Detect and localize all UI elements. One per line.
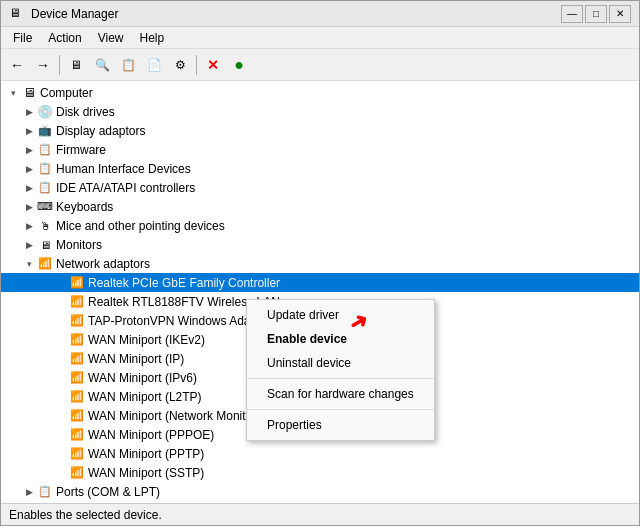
ctx-uninstall-device[interactable]: Uninstall device (247, 351, 434, 375)
menu-view[interactable]: View (90, 29, 132, 47)
tree-item-print[interactable]: ▶ 🖨 Print queues (1, 501, 639, 503)
tree-label-ports: Ports (COM & LPT) (56, 485, 160, 499)
tree-label-wan3: WAN Miniport (IPv6) (88, 371, 197, 385)
wan5-icon: 📶 (69, 408, 85, 424)
tree-item-hid[interactable]: ▶ 📋 Human Interface Devices (1, 159, 639, 178)
forward-button[interactable]: → (31, 53, 55, 77)
realtek-wifi-icon: 📶 (69, 294, 85, 310)
expand-mice[interactable]: ▶ (21, 218, 37, 234)
ctx-sep-2 (247, 409, 434, 410)
ctx-scan-changes[interactable]: Scan for hardware changes (247, 382, 434, 406)
tap-icon: 📶 (69, 313, 85, 329)
display-icon: 📺 (37, 123, 53, 139)
wan1-icon: 📶 (69, 332, 85, 348)
expand-display[interactable]: ▶ (21, 123, 37, 139)
wan2-icon: 📶 (69, 351, 85, 367)
expand-hid[interactable]: ▶ (21, 161, 37, 177)
ctx-update-driver[interactable]: Update driver (247, 303, 434, 327)
context-menu: Update driver Enable device Uninstall de… (246, 299, 435, 441)
tree-item-firmware[interactable]: ▶ 📋 Firmware (1, 140, 639, 159)
device-manager-window: 🖥 Device Manager — □ ✕ File Action View … (0, 0, 640, 526)
properties-button[interactable]: 🖥 (64, 53, 88, 77)
tree-item-wan8[interactable]: ▶ 📶 WAN Miniport (SSTP) (1, 463, 639, 482)
expand-print[interactable]: ▶ (21, 503, 37, 504)
ctx-properties[interactable]: Properties (247, 413, 434, 437)
monitors-icon: 🖥 (37, 237, 53, 253)
expand-computer[interactable]: ▾ (5, 85, 21, 101)
expand-network[interactable]: ▾ (21, 256, 37, 272)
tree-item-monitors[interactable]: ▶ 🖥 Monitors (1, 235, 639, 254)
title-controls: — □ ✕ (561, 5, 631, 23)
maximize-button[interactable]: □ (585, 5, 607, 23)
update-driver-button[interactable]: 📋 (116, 53, 140, 77)
tree-item-mice[interactable]: ▶ 🖱 Mice and other pointing devices (1, 216, 639, 235)
minimize-button[interactable]: — (561, 5, 583, 23)
hid-icon: 📋 (37, 161, 53, 177)
toolbar-sep-1 (59, 55, 60, 75)
expand-firmware[interactable]: ▶ (21, 142, 37, 158)
scan-button[interactable]: 🔍 (90, 53, 114, 77)
firmware-icon: 📋 (37, 142, 53, 158)
menu-file[interactable]: File (5, 29, 40, 47)
back-button[interactable]: ← (5, 53, 29, 77)
menu-action[interactable]: Action (40, 29, 89, 47)
content-area: ▾ 🖥 Computer ▶ 💿 Disk drives ▶ 📺 Display… (1, 81, 639, 503)
tree-label-wan4: WAN Miniport (L2TP) (88, 390, 202, 404)
tree-item-disk-drives[interactable]: ▶ 💿 Disk drives (1, 102, 639, 121)
menu-help[interactable]: Help (132, 29, 173, 47)
close-button[interactable]: ✕ (609, 5, 631, 23)
tree-label-computer: Computer (40, 86, 93, 100)
wan6-icon: 📶 (69, 427, 85, 443)
tree-label-mice: Mice and other pointing devices (56, 219, 225, 233)
window-title: Device Manager (31, 7, 118, 21)
tree-item-computer[interactable]: ▾ 🖥 Computer (1, 83, 639, 102)
tree-item-keyboards[interactable]: ▶ ⌨ Keyboards (1, 197, 639, 216)
expand-ports[interactable]: ▶ (21, 484, 37, 500)
tree-label-wan6: WAN Miniport (PPPOE) (88, 428, 214, 442)
toolbar-sep-2 (196, 55, 197, 75)
tree-label-display: Display adaptors (56, 124, 145, 138)
tree-label-realtek-pcie: Realtek PCIe GbE Family Controller (88, 276, 280, 290)
tree-item-network[interactable]: ▾ 📶 Network adaptors (1, 254, 639, 273)
tree-label-wan8: WAN Miniport (SSTP) (88, 466, 204, 480)
tree-label-firmware: Firmware (56, 143, 106, 157)
expand-keyboards[interactable]: ▶ (21, 199, 37, 215)
wan7-icon: 📶 (69, 446, 85, 462)
tree-item-ports[interactable]: ▶ 📋 Ports (COM & LPT) (1, 482, 639, 501)
ports-icon: 📋 (37, 484, 53, 500)
tree-label-keyboards: Keyboards (56, 200, 113, 214)
tree-label-monitors: Monitors (56, 238, 102, 252)
remove-button[interactable]: ✕ (201, 53, 225, 77)
toolbar: ← → 🖥 🔍 📋 📄 ⚙ ✕ ● (1, 49, 639, 81)
tree-item-realtek-pcie[interactable]: ▶ 📶 Realtek PCIe GbE Family Controller (1, 273, 639, 292)
tree-item-ide[interactable]: ▶ 📋 IDE ATA/ATAPI controllers (1, 178, 639, 197)
status-text: Enables the selected device. (9, 508, 162, 522)
tree-item-display[interactable]: ▶ 📺 Display adaptors (1, 121, 639, 140)
computer-icon: 🖥 (21, 85, 37, 101)
uninstall-button[interactable]: 📄 (142, 53, 166, 77)
tree-item-wan7[interactable]: ▶ 📶 WAN Miniport (PPTP) (1, 444, 639, 463)
keyboard-icon: ⌨ (37, 199, 53, 215)
wan8-icon: 📶 (69, 465, 85, 481)
mice-icon: 🖱 (37, 218, 53, 234)
expand-disk[interactable]: ▶ (21, 104, 37, 120)
app-icon: 🖥 (9, 6, 25, 22)
tree-label-disk: Disk drives (56, 105, 115, 119)
ctx-enable-device[interactable]: Enable device (247, 327, 434, 351)
status-bar: Enables the selected device. (1, 503, 639, 525)
settings-button[interactable]: ⚙ (168, 53, 192, 77)
network-icon: 📶 (37, 256, 53, 272)
print-icon: 🖨 (37, 503, 53, 504)
disk-icon: 💿 (37, 104, 53, 120)
expand-monitors[interactable]: ▶ (21, 237, 37, 253)
tree-label-ide: IDE ATA/ATAPI controllers (56, 181, 195, 195)
tree-label-wan1: WAN Miniport (IKEv2) (88, 333, 205, 347)
wan4-icon: 📶 (69, 389, 85, 405)
tree-label-network: Network adaptors (56, 257, 150, 271)
realtek-pcie-icon: 📶 (69, 275, 85, 291)
add-button[interactable]: ● (227, 53, 251, 77)
title-bar: 🖥 Device Manager — □ ✕ (1, 1, 639, 27)
expand-ide[interactable]: ▶ (21, 180, 37, 196)
menu-bar: File Action View Help (1, 27, 639, 49)
tree-label-hid: Human Interface Devices (56, 162, 191, 176)
